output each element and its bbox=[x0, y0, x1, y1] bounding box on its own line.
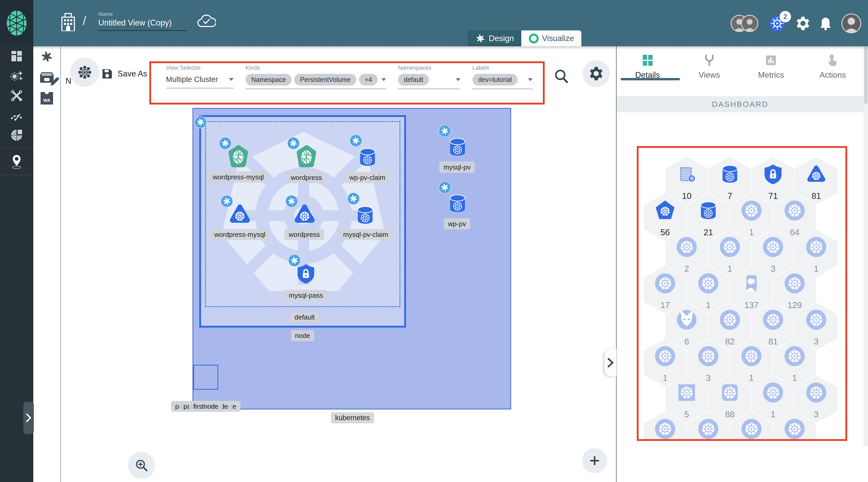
k8s-resource-icon bbox=[654, 418, 676, 439]
strip-designs-item[interactable] bbox=[33, 67, 60, 88]
organization-icon[interactable] bbox=[60, 12, 76, 31]
meshery-swirl-icon bbox=[40, 50, 54, 63]
molecule-action-button[interactable] bbox=[70, 58, 99, 87]
filter-namespaces[interactable]: Namespaces default bbox=[398, 64, 460, 89]
kind-chip[interactable]: Namespace bbox=[246, 74, 291, 86]
kind-chip[interactable]: +4 bbox=[359, 74, 378, 86]
node-machine[interactable]: firstnode bbox=[193, 365, 218, 390]
metrics-chart-icon bbox=[765, 54, 777, 66]
details-grid-icon bbox=[642, 54, 654, 66]
search-icon[interactable] bbox=[554, 69, 568, 84]
label-chip[interactable]: dev=tutorial bbox=[472, 74, 518, 86]
user-avatar[interactable] bbox=[841, 13, 861, 33]
resource-label[interactable]: wp-pv bbox=[444, 218, 470, 230]
machine-square[interactable] bbox=[193, 365, 218, 390]
tab-metrics[interactable]: Metrics bbox=[740, 46, 802, 88]
add-button[interactable] bbox=[582, 448, 607, 473]
notifications-bell-icon[interactable] bbox=[819, 17, 832, 30]
resource-label[interactable]: mysql-pv-claim bbox=[339, 229, 392, 240]
visualize-eye-icon bbox=[529, 33, 539, 44]
k8s-resource-icon bbox=[654, 272, 676, 294]
sidebar-divider bbox=[0, 148, 33, 149]
filter-view-selector[interactable]: View Selector Multiple Cluster bbox=[166, 64, 234, 88]
k8s-resource-icon bbox=[783, 199, 806, 222]
node-box[interactable]: wordpress-mysql wordpress wp-pv-claim wo… bbox=[199, 115, 406, 328]
view-name-input[interactable] bbox=[98, 18, 187, 31]
chevron-down-icon[interactable] bbox=[528, 78, 533, 81]
meshery-logo-icon[interactable] bbox=[6, 10, 28, 37]
pvc-mysql-pv-claim-icon[interactable] bbox=[354, 202, 376, 228]
tab-design[interactable]: Design bbox=[468, 30, 521, 46]
canvas-settings-button[interactable] bbox=[583, 60, 610, 87]
wasm-icon: WA bbox=[40, 92, 54, 105]
gears-icon bbox=[10, 70, 23, 82]
k8s-resource-icon bbox=[762, 236, 784, 258]
strip-meshery-item[interactable] bbox=[33, 46, 60, 67]
meshery-badge-icon bbox=[288, 254, 301, 267]
namespace-default-box[interactable]: wordpress-mysql wordpress wp-pv-claim wo… bbox=[205, 121, 400, 307]
k8s-resource-icon bbox=[697, 199, 719, 222]
k8s-resource-icon bbox=[762, 309, 784, 331]
new-label[interactable]: N bbox=[66, 76, 71, 86]
resource-label[interactable]: mysql-pv bbox=[439, 162, 475, 173]
sidebar-item-lifecycle[interactable] bbox=[0, 66, 33, 86]
k8s-resource-icon bbox=[783, 345, 806, 367]
resource-label[interactable]: wordpress bbox=[287, 172, 326, 183]
views-branch-icon bbox=[703, 54, 715, 66]
tab-views[interactable]: Views bbox=[678, 46, 740, 88]
kubernetes-context-button[interactable]: 2 bbox=[768, 15, 786, 32]
chevron-down-icon[interactable] bbox=[229, 78, 234, 81]
sidebar-item-extensions[interactable] bbox=[0, 125, 33, 145]
resource-label[interactable]: mysql-pass bbox=[285, 290, 327, 301]
scrollbar-thumb[interactable] bbox=[864, 47, 867, 104]
k8s-resource-icon bbox=[654, 345, 676, 367]
meshery-badge-icon bbox=[221, 195, 233, 207]
sidebar-item-dashboard[interactable] bbox=[0, 46, 33, 66]
resource-label[interactable]: wp-pv-claim bbox=[345, 172, 390, 183]
chevron-down-icon[interactable] bbox=[381, 78, 386, 81]
node-label[interactable]: node bbox=[291, 330, 314, 341]
collaborator-avatars[interactable] bbox=[731, 15, 758, 32]
visualization-canvas[interactable]: N Save As View Selector Multiple Cluster bbox=[61, 46, 617, 482]
chevron-down-icon[interactable] bbox=[456, 78, 460, 81]
tab-visualize[interactable]: Visualize bbox=[521, 30, 582, 46]
tab-actions[interactable]: Actions bbox=[802, 46, 864, 88]
pvc-wp-pv-claim-icon[interactable] bbox=[356, 144, 379, 170]
strip-wasm-item[interactable]: WA bbox=[33, 88, 60, 109]
k8s-resource-icon bbox=[740, 272, 763, 294]
filter-labels[interactable]: Labels dev=tutorial bbox=[472, 64, 533, 89]
k8s-resource-icon bbox=[740, 345, 763, 367]
meshery-badge-icon bbox=[194, 116, 207, 128]
panel-divider[interactable] bbox=[616, 46, 617, 482]
namespace-chip[interactable]: default bbox=[398, 74, 429, 86]
view-selector-value: Multiple Cluster bbox=[166, 75, 218, 84]
kind-chip[interactable]: PersistentVolume bbox=[294, 74, 356, 86]
sidebar-item-configuration[interactable] bbox=[0, 86, 33, 105]
sidebar-item-kanvas[interactable] bbox=[0, 152, 33, 171]
resource-label[interactable]: wordpress bbox=[285, 229, 324, 240]
pv-wp-pv-icon[interactable] bbox=[446, 190, 469, 217]
meshery-badge-icon bbox=[219, 137, 231, 150]
edit-pencil-icon bbox=[50, 77, 59, 86]
cluster-kubernetes-box[interactable]: wordpress-mysql wordpress wp-pv-claim wo… bbox=[192, 108, 511, 410]
resource-label[interactable]: wordpress-mysql bbox=[210, 229, 270, 240]
pv-mysql-pv-icon[interactable] bbox=[446, 134, 469, 161]
k8s-resource-icon bbox=[697, 418, 719, 439]
settings-gear-icon[interactable] bbox=[796, 17, 810, 30]
namespace-label[interactable]: default bbox=[290, 312, 319, 323]
filter-kinds[interactable]: Kinds Namespace PersistentVolume +4 bbox=[246, 64, 386, 89]
zoom-in-button[interactable] bbox=[128, 452, 155, 479]
plus-icon bbox=[589, 455, 600, 467]
tab-details[interactable]: Details bbox=[617, 46, 678, 88]
resource-label[interactable]: wordpress-mysql bbox=[209, 171, 268, 183]
filter-bar: View Selector Multiple Cluster Kinds Nam… bbox=[155, 64, 539, 101]
k8s-resource-icon bbox=[783, 418, 806, 439]
tools-icon bbox=[11, 90, 23, 102]
scrollbar[interactable] bbox=[864, 46, 868, 446]
sidebar-item-performance[interactable] bbox=[0, 105, 33, 125]
k8s-resource-icon bbox=[805, 163, 828, 185]
cluster-label[interactable]: kubernetes bbox=[331, 412, 374, 423]
save-as-button[interactable]: Save As bbox=[101, 68, 147, 79]
sidebar-expand-button[interactable] bbox=[23, 401, 34, 434]
panel-collapse-button[interactable] bbox=[604, 349, 617, 377]
